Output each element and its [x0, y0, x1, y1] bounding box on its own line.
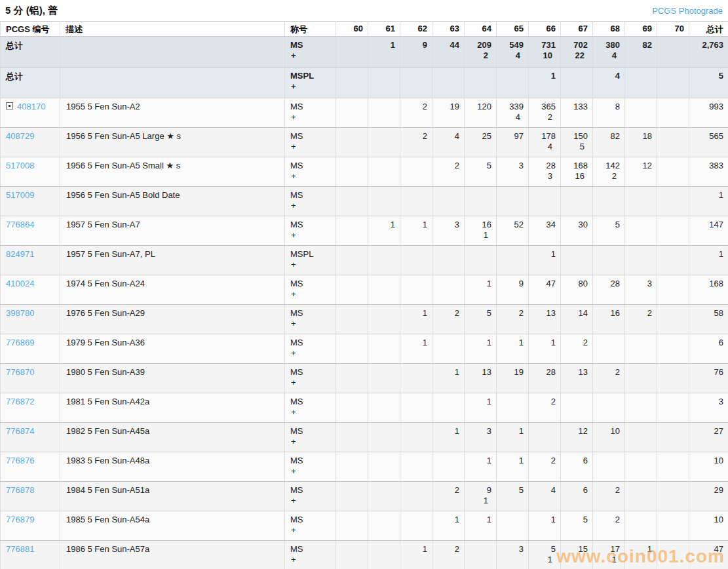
cell-grade-64: 1 — [465, 452, 497, 482]
pcgs-number-link[interactable]: 776864 — [6, 220, 34, 229]
cell-grade-69: 12 — [625, 157, 657, 187]
cell-total: 168 — [689, 275, 728, 305]
pcgs-number-link[interactable]: 776874 — [6, 426, 34, 436]
pcgs-number-link[interactable]: 776869 — [6, 338, 34, 347]
cell-grade-66: 47 — [529, 275, 561, 305]
grade-count: 1 — [465, 511, 496, 524]
pcgs-number-link[interactable]: 776876 — [6, 456, 34, 465]
cell-pcgs-number: 776876 — [1, 452, 60, 482]
grade-count: 2 — [593, 482, 624, 495]
cell-grade-63: 2 — [432, 305, 465, 334]
cell-grade-61 — [368, 68, 400, 98]
grade-count: 9 — [400, 37, 432, 50]
cell-grade-61 — [368, 187, 400, 216]
population-table: PCGS 编号描述称号6061626364656667686970总计 总计MS… — [0, 21, 728, 569]
total-count: 147 — [689, 216, 728, 229]
pcgs-number-link[interactable]: 776870 — [6, 367, 34, 377]
cell-grade-64: 13 — [465, 364, 497, 393]
cell-description: 1956 5 Fen Sun-A5 Small ★ s — [60, 157, 285, 187]
grade-count: 18 — [625, 128, 657, 141]
grade-count: 339 — [497, 98, 528, 111]
cell-grade-61 — [368, 246, 400, 275]
grade-count: 28 — [593, 275, 624, 288]
total-count: 1 — [689, 246, 728, 259]
cell-grade-65: 3394 — [497, 98, 529, 128]
cell-grade-62: 2 — [400, 98, 432, 128]
cell-grade-60 — [336, 157, 368, 187]
cell-grade-67: 1505 — [561, 128, 593, 157]
grade-count: 2 — [593, 364, 624, 377]
column-header-67: 67 — [561, 22, 593, 37]
designation-label: MS — [285, 334, 335, 347]
pcgs-number-link[interactable]: 776879 — [6, 515, 34, 524]
cell-grade-64 — [465, 541, 497, 569]
grade-count: 731 — [529, 37, 560, 50]
cell-grade-65 — [497, 246, 529, 275]
cell-grade-61 — [368, 364, 400, 393]
grade-plus-count: 10 — [529, 50, 560, 60]
cell-grade-70 — [657, 482, 689, 511]
cell-total: 58 — [689, 305, 728, 334]
cell-designation: MSPL+ — [285, 68, 336, 98]
grade-count: 4 — [529, 482, 560, 495]
cell-description: 1980 5 Fen Sun-A39 — [60, 364, 285, 393]
page-title: 5 分 (铝), 普 — [5, 5, 58, 17]
pcgs-number-link[interactable]: 517008 — [6, 161, 34, 170]
cell-grade-65 — [497, 68, 529, 98]
cell-pcgs-number: 824971 — [1, 246, 60, 275]
cell-total: 1 — [689, 246, 728, 275]
cell-grade-60 — [336, 216, 368, 246]
cell-grade-67 — [561, 246, 593, 275]
cell-grade-69 — [625, 246, 657, 275]
cell-total: 29 — [689, 482, 728, 511]
pcgs-number-link[interactable]: 398780 — [6, 308, 34, 318]
pcgs-number-link[interactable]: 776881 — [6, 544, 34, 554]
cell-grade-70 — [657, 157, 689, 187]
cell-grade-62 — [400, 511, 432, 541]
designation-label: MS — [285, 37, 335, 50]
grade-count: 5 — [561, 511, 592, 524]
cell-grade-61 — [368, 423, 400, 452]
pcgs-number-link[interactable]: 824971 — [6, 249, 34, 259]
watermark-text: www.coin001.com — [556, 546, 725, 567]
cell-description: 1956 5 Fen Sun-A5 Large ★ s — [60, 128, 285, 157]
grade-count: 19 — [432, 98, 464, 111]
cell-grade-67 — [561, 187, 593, 216]
designation-plus-label: + — [285, 318, 335, 328]
pcgs-number-link[interactable]: 408170 — [17, 102, 45, 111]
cell-pcgs-number: 776870 — [1, 364, 60, 393]
grade-count: 702 — [561, 37, 592, 50]
designation-plus-label: + — [285, 524, 335, 535]
cell-grade-68 — [593, 393, 625, 423]
cell-grade-67: 133 — [561, 98, 593, 128]
cell-designation: MS+ — [285, 216, 336, 246]
cell-grade-64: 1 — [465, 511, 497, 541]
column-header-61: 61 — [368, 22, 400, 37]
cell-total: 27 — [689, 423, 728, 452]
pcgs-number-link[interactable]: 410024 — [6, 279, 34, 288]
cell-pcgs-number: 398780 — [1, 305, 60, 334]
cell-grade-69: 3 — [625, 275, 657, 305]
pcgs-photograde-link[interactable]: PCGS Photograde — [652, 6, 723, 16]
cell-grade-61 — [368, 275, 400, 305]
cell-grade-63: 3 — [432, 216, 465, 246]
cell-pcgs-number: 517009 — [1, 187, 60, 216]
cell-grade-70 — [657, 334, 689, 364]
designation-plus-label: + — [285, 465, 335, 476]
grade-count: 16 — [465, 216, 496, 229]
cell-grade-65 — [497, 187, 529, 216]
pcgs-number-link[interactable]: 517009 — [6, 190, 34, 200]
cell-description — [60, 37, 285, 68]
cell-designation: MS+ — [285, 157, 336, 187]
grade-count: 5 — [497, 482, 528, 495]
cell-grade-69 — [625, 511, 657, 541]
cell-grade-65: 19 — [497, 364, 529, 393]
cell-grade-70 — [657, 452, 689, 482]
pcgs-number-link[interactable]: 776872 — [6, 397, 34, 406]
cell-total: 993 — [689, 98, 728, 128]
expand-icon[interactable] — [6, 102, 13, 109]
total-count: 5 — [689, 68, 728, 81]
pcgs-number-link[interactable]: 776878 — [6, 485, 34, 495]
pcgs-number-link[interactable]: 408729 — [6, 131, 34, 141]
cell-grade-62 — [400, 275, 432, 305]
